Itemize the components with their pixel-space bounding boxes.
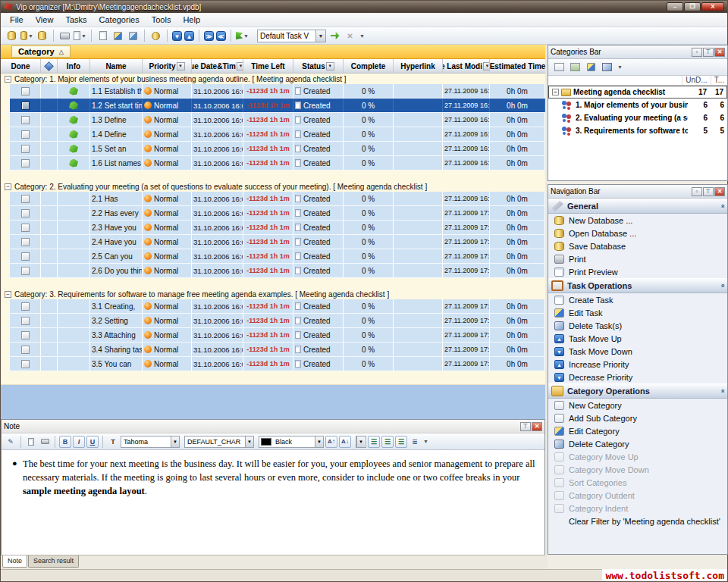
task-row[interactable]: 1.2 Set start timeNormal31.10.2006 16:00… [1,99,545,113]
nav-item-delete-task-s-[interactable]: Delete Task(s) [548,319,727,332]
undone-column-header[interactable]: UnD... [682,76,710,85]
nav-item-edit-category[interactable]: Edit Category [548,424,727,437]
flag-filter-icon[interactable]: ▼ [236,30,249,42]
note-print-icon[interactable] [39,436,51,448]
nav-item-new-category[interactable]: New Category [548,399,727,411]
close-button[interactable]: X [701,2,724,11]
italic-button[interactable]: I [73,436,85,448]
collapse-chevron-icon[interactable]: » [718,389,726,393]
task-row[interactable]: 2.1 HasNormal31.10.2006 16:00-1123d 1h 1… [1,192,545,206]
menu-item-tasks[interactable]: Tasks [59,14,93,26]
filter-dropdown-icon[interactable]: ▼ [326,62,334,70]
note-preview-icon[interactable] [25,436,37,448]
nav-item-new-database-[interactable]: New Database ... [548,214,727,227]
tree-root-item[interactable]: − Meeting agenda checklist 17 17 [548,86,727,99]
group-by-category-tab[interactable]: Category △ [11,45,71,58]
task-checkbox[interactable] [21,195,30,203]
task-row[interactable]: 3.4 Sharing tasksNormal31.10.2006 16:00-… [1,343,545,357]
task-checkbox[interactable] [21,317,30,325]
create-task-icon[interactable] [96,30,109,42]
note-close-icon[interactable]: ✕ [532,422,542,431]
task-checkbox[interactable] [21,331,30,340]
delete-task-icon[interactable] [127,30,140,42]
task-row[interactable]: 1.4 DefineNormal31.10.2006 16:00-1123d 1… [1,127,545,142]
nav-item-edit-task[interactable]: Edit Task [548,306,727,319]
nav-item-open-database-[interactable]: Open Database ... [548,227,727,239]
align-left-button[interactable]: ☰ [368,436,380,448]
menu-item-view[interactable]: View [30,14,60,26]
task-row[interactable]: 3.1 Creating,Normal31.10.2006 16:00-1123… [1,299,545,314]
task-row[interactable]: 2.5 Can youNormal31.10.2006 16:00-1123d … [1,249,545,264]
tree-category-item[interactable]: 3. Requirements for software to r55 [548,124,727,137]
task-checkbox[interactable] [21,130,30,139]
task-checkbox[interactable] [21,102,30,110]
nav-section-general[interactable]: General» [548,199,727,214]
size-dropdown-icon[interactable]: ▼ [356,436,365,447]
note-edit-icon[interactable]: ✎ [5,436,17,448]
task-row[interactable]: 2.6 Do you thinkNormal31.10.2006 16:00-1… [1,264,545,278]
column-header-info[interactable]: Info [58,59,90,73]
task-row[interactable]: 1.6 List names ofNormal31.10.2006 16:00-… [1,156,545,171]
task-checkbox[interactable] [21,159,30,167]
tab-search-result[interactable]: Search result [28,555,79,568]
add-sub-category-icon[interactable] [569,61,582,74]
filter-dropdown-icon[interactable]: ▼ [177,62,185,70]
size-combobox[interactable]: ▼ [356,436,366,448]
color-dropdown-icon[interactable]: ▼ [315,436,323,447]
minimize-button[interactable]: – [667,2,683,11]
navigation-bar-restore-icon[interactable]: ▫ [692,187,702,196]
task-row[interactable]: 3.5 You canNormal31.10.2006 16:00-1123d … [1,357,545,371]
nav-section-category-operations[interactable]: Category Operations» [548,383,727,399]
task-row[interactable]: 1.3 DefineNormal31.10.2006 16:00-1123d 1… [1,113,545,127]
print-icon[interactable] [58,30,71,42]
align-right-button[interactable]: ☰ [395,436,407,448]
nav-item-create-task[interactable]: Create Task [548,293,727,306]
navigation-bar-close-icon[interactable]: ✕ [714,187,725,196]
total-column-header[interactable]: T... [711,76,727,85]
style-combobox[interactable]: DEFAULT_CHAR ▼ [184,436,254,448]
find-icon[interactable] [149,30,162,42]
nav-item-add-sub-category[interactable]: Add Sub Category [548,411,727,424]
category-group-header[interactable]: −Category: 1. Major elements of your bus… [1,74,545,84]
column-header-name[interactable]: Name [90,59,143,73]
task-row[interactable]: 2.2 Has everyNormal31.10.2006 16:00-1123… [1,206,545,221]
task-checkbox[interactable] [21,346,30,354]
task-checkbox[interactable] [21,360,30,368]
column-header-status[interactable]: Status▼ [293,59,344,73]
style-dropdown-icon[interactable]: ▼ [245,436,253,447]
grow-font-icon[interactable]: A↑ [325,436,337,448]
delete-category-icon[interactable] [601,61,613,74]
note-pin-icon[interactable]: ⊤ [520,422,531,431]
task-checkbox[interactable] [21,238,30,246]
navigation-bar-pin-icon[interactable]: ⊤ [703,187,714,196]
task-checkbox[interactable] [21,145,30,153]
column-header-done[interactable]: Done [1,59,41,73]
task-move-up-icon[interactable]: ▲ [184,31,194,41]
categories-bar-pin-icon[interactable]: ⊤ [703,48,714,57]
categories-bar-close-icon[interactable]: ✕ [714,48,725,57]
category-group-header[interactable]: −Category: 2. Evaluating your meeting (a… [1,181,545,192]
collapse-icon[interactable]: − [552,89,559,95]
column-header-hyperlink[interactable]: Hyperlink [394,59,443,73]
align-center-button[interactable]: ☰ [381,436,394,448]
task-checkbox[interactable] [21,302,30,311]
categories-bar-restore-icon[interactable]: ▫ [692,48,702,57]
collapse-icon[interactable]: − [5,183,11,190]
save-database-icon[interactable] [36,30,49,42]
column-header-estimated-time[interactable]: Estimated Time [490,59,545,73]
nav-item-clear-filter-by-meeting-agenda[interactable]: Clear Filter by 'Meeting agenda checklis… [548,515,727,527]
apply-view-icon[interactable] [328,30,341,42]
task-checkbox[interactable] [21,116,30,124]
collapse-chevron-icon[interactable]: » [718,204,726,208]
tree-category-item[interactable]: 2. Evaluating your meeting (a sel66 [548,111,727,124]
decrease-priority-icon[interactable]: ≫ [204,31,214,41]
nav-item-save-database[interactable]: Save Database [548,239,727,252]
underline-button[interactable]: U [86,436,99,448]
task-checkbox[interactable] [21,252,30,261]
print-preview-icon[interactable]: ▼ [74,30,86,42]
task-checkbox[interactable] [21,87,30,95]
column-header-e-last-modi[interactable]: e Last Modi▼ [443,59,490,73]
nav-item-print[interactable]: Print [548,252,727,265]
column-header-complete[interactable]: Complete [344,59,394,73]
font-dropdown-icon[interactable]: ▼ [171,436,179,447]
